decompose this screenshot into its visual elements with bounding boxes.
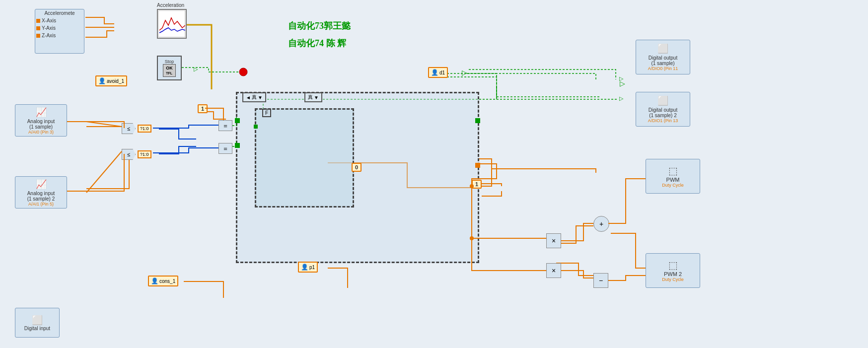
avoid1-person-icon: 👤 — [98, 77, 106, 84]
dout-1: ⬜ Digital output (1 sample) A/DIO0 (Pin … — [636, 40, 690, 74]
digital-input: ⬜ Digital input — [15, 308, 60, 338]
const-1-box: 1 — [198, 104, 208, 113]
accel-title: Acceleromete — [44, 10, 74, 16]
d1-node: 👤 d1 — [428, 67, 448, 78]
analog2-icon: 📈 — [36, 179, 47, 190]
din-label: Digital input — [24, 326, 50, 331]
dout2-line2: (1 sample) 2 — [649, 113, 677, 118]
case-label-1: 真 — [252, 94, 257, 101]
dout-2: ⬜ Digital output (1 sample) 2 A/DIO1 (Pi… — [636, 92, 690, 127]
pwm1-label: PWM — [666, 177, 680, 183]
cons1-node: 👤 cons_1 — [148, 276, 178, 286]
case-right-term-orange — [475, 163, 480, 168]
pwm1-pin: Duty Cycle — [662, 183, 684, 188]
stop-label: Stop — [165, 59, 174, 64]
svg-rect-0 — [158, 10, 185, 37]
analog1-line2: (1 sample) — [29, 124, 53, 130]
avoid1-label: avoid_1 — [107, 78, 124, 84]
pwm-1: ⬚ PWM Duty Cycle — [646, 159, 700, 194]
case-arrow-down: ▼ — [314, 95, 319, 100]
p21o-node-2: ?1:0 — [138, 150, 151, 158]
analog2-pin: A/AI1 (Pin 5) — [28, 202, 54, 207]
pwm1-icon: ⬚ — [668, 165, 678, 177]
avoid1-node: 👤 avoid_1 — [95, 75, 127, 86]
analog-input-2: 📈 Analog input (1 sample) 2 A/AI1 (Pin 5… — [15, 176, 67, 209]
annotation-line1: 自动化73郭王懿 — [288, 20, 351, 32]
compare-op-2: ≤ — [122, 149, 136, 160]
accel-xaxis: X-Axis — [36, 18, 56, 23]
equal-node-2: = — [218, 143, 232, 154]
case-structure: ◄ 真 ▼ 真 ▼ F 0 — [236, 92, 479, 263]
case-label-2: 真 — [308, 94, 313, 101]
dout1-line1: Digital output — [649, 55, 677, 61]
equal-node: = — [218, 120, 232, 131]
inner-case-label: F — [262, 109, 271, 117]
accelerometer-block: Acceleromete X-Axis Y-Axis Z-Axis — [35, 9, 84, 54]
pwm2-icon: ⬚ — [668, 259, 678, 271]
din-icon: ⬜ — [32, 315, 43, 326]
dout2-icon: ⬜ — [657, 95, 668, 106]
accel-chart-title: Acceleration — [157, 2, 184, 8]
case-selector-1[interactable]: ◄ 真 ▼ — [242, 92, 266, 102]
case-right-term-1 — [475, 118, 480, 123]
add-op: + — [593, 216, 609, 232]
const-1-pwm: 1 — [472, 180, 482, 189]
compare-op-1: ≤ — [122, 123, 136, 134]
p1-label: p1 — [309, 265, 315, 270]
analog-input-1: 📈 Analog input (1 sample) A/AI0 (Pin 3) — [15, 104, 67, 137]
analog1-line1: Analog input — [27, 119, 55, 124]
sub-op: − — [593, 273, 608, 288]
mult-op-2: × — [546, 263, 561, 278]
analog2-line2: (1 sample) 2 — [27, 196, 55, 202]
const-0-inside: 0 — [352, 163, 362, 172]
dout1-line2: (1 sample) — [651, 61, 674, 66]
pwm-2: ⬚ PWM 2 Duty Cycle — [646, 253, 700, 288]
d1-arrow: ▷ — [462, 69, 467, 76]
case-selector-2[interactable]: 真 ▼ — [304, 92, 322, 102]
p21o-node-1: ?1:0 — [138, 125, 151, 133]
accel-yaxis: Y-Axis — [36, 25, 56, 31]
dout1-icon: ⬜ — [657, 43, 668, 54]
case-left-term-2 — [235, 143, 240, 148]
case-arrow-right: ▼ — [258, 95, 263, 100]
chart-svg — [158, 10, 185, 37]
cons1-label: cons_1 — [159, 278, 175, 284]
dout2-line1: Digital output — [649, 107, 677, 113]
d1-label: d1 — [439, 70, 445, 75]
acceleration-chart — [157, 9, 187, 39]
compare-group-1: ≤ ?1:0 — [122, 123, 151, 134]
accel-zaxis: Z-Axis — [36, 33, 56, 38]
analog1-pin: A/AI0 (Pin 3) — [28, 130, 54, 135]
dout2-pin: A/DIO1 (Pin 13 — [648, 118, 678, 123]
analog1-icon: 📈 — [36, 107, 47, 118]
d1-person-icon: 👤 — [431, 69, 438, 76]
annotation-line2: 自动化74 陈 辉 — [288, 37, 346, 49]
svg-text:▷: ▷ — [194, 66, 198, 72]
p1-node: 👤 p1 — [298, 262, 318, 273]
inner-left-term — [254, 125, 258, 129]
analog2-line1: Analog input — [27, 191, 55, 196]
pwm2-pin: Duty Cycle — [662, 277, 684, 282]
mult-op-1: × — [546, 233, 561, 248]
case-arrow-left: ◄ — [246, 95, 251, 100]
compare-group-2: ≤ ?1:0 — [122, 149, 151, 160]
p1-person-icon: 👤 — [301, 264, 308, 271]
v-arrow-dout: ▷ — [620, 79, 625, 87]
stop-block[interactable]: Stop OKTFL — [157, 56, 182, 80]
stop-inner: OKTFL — [163, 64, 176, 77]
cons1-person-icon: 👤 — [151, 278, 158, 284]
pwm2-label: PWM 2 — [664, 271, 682, 277]
svg-point-1 — [239, 68, 247, 76]
case-left-term-1 — [235, 118, 240, 123]
svg-text:▷: ▷ — [619, 95, 624, 101]
inner-case: F — [255, 108, 354, 208]
dout1-pin: A/DIO0 (Pin 11 — [648, 66, 678, 71]
main-canvas: Acceleromete X-Axis Y-Axis Z-Axis Accele… — [0, 0, 868, 348]
